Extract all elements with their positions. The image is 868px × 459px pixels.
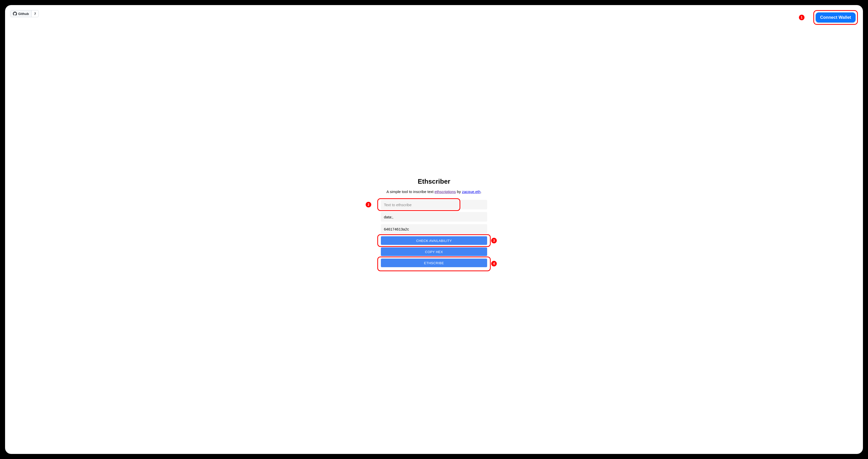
github-label: Github (18, 12, 29, 16)
form-stack: 2 data:, 646174613a2c CHECK AVAILABILITY… (381, 200, 487, 267)
annotation-marker-2: 2 (366, 202, 371, 207)
author-link[interactable]: zacque.eth (462, 190, 480, 194)
annotation-marker-4: 4 (491, 261, 497, 266)
check-button-wrap: CHECK AVAILABILITY 3 (381, 236, 487, 245)
copy-button-wrap: COPY HEX (381, 248, 487, 256)
ethscribe-button-wrap: ETHSCRIBE 4 (381, 259, 487, 267)
header-bar: Github 7 Connect Wallet 1 (10, 10, 858, 25)
github-count: 7 (32, 10, 38, 17)
github-badge[interactable]: Github 7 (10, 10, 39, 17)
copy-hex-button[interactable]: COPY HEX (381, 248, 487, 256)
subtitle-by: by (456, 190, 462, 194)
hex-value: 646174613a2c (384, 227, 409, 231)
connect-wallet-highlight: Connect Wallet 1 (813, 10, 858, 25)
page-title: Ethscriber (381, 178, 487, 185)
main-content: Ethscriber A simple tool to inscribe tex… (381, 178, 487, 267)
text-input-wrap: 2 (381, 200, 487, 209)
data-prefix-value: data:, (384, 214, 394, 219)
text-input[interactable] (381, 200, 487, 209)
annotation-marker-1: 1 (799, 15, 804, 20)
ethscribe-button[interactable]: ETHSCRIBE (381, 259, 487, 267)
ethscriptions-link[interactable]: ethscriptions (435, 190, 456, 194)
subtitle-prefix: A simple tool to inscribe text (386, 190, 435, 194)
app-window: Github 7 Connect Wallet 1 Ethscriber A s… (5, 5, 863, 454)
connect-wallet-button[interactable]: Connect Wallet (816, 12, 856, 23)
check-availability-button[interactable]: CHECK AVAILABILITY (381, 236, 487, 245)
data-prefix-display: data:, (381, 212, 487, 222)
subtitle-suffix: . (480, 190, 482, 194)
subtitle: A simple tool to inscribe text ethscript… (381, 190, 487, 194)
github-badge-left: Github (10, 10, 32, 17)
hex-display: 646174613a2c (381, 224, 487, 234)
annotation-marker-3: 3 (491, 238, 497, 243)
github-icon (13, 12, 17, 16)
